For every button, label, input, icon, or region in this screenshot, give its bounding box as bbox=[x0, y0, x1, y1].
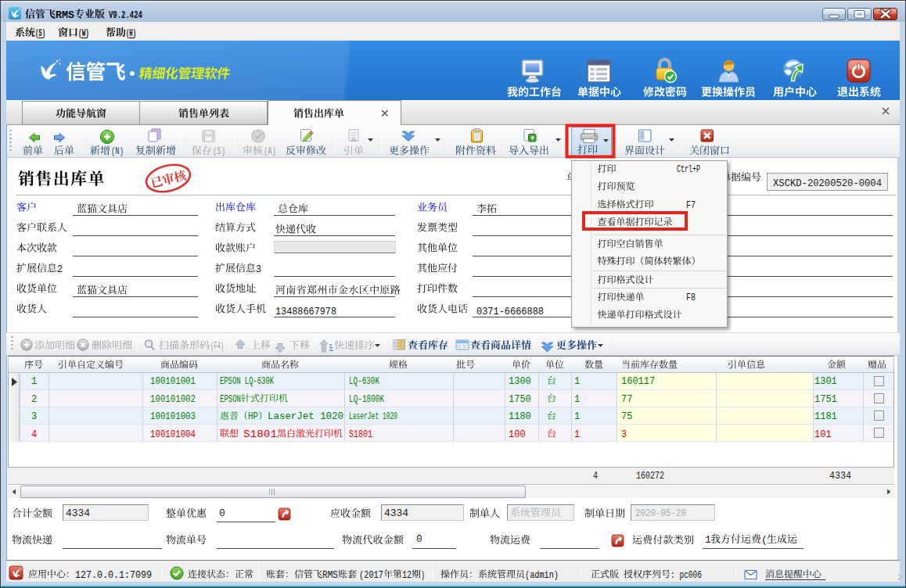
svg-text:F8: F8 bbox=[686, 292, 696, 303]
svg-text:F7: F7 bbox=[686, 200, 696, 211]
svg-text:Ctrl+P: Ctrl+P bbox=[677, 164, 700, 175]
